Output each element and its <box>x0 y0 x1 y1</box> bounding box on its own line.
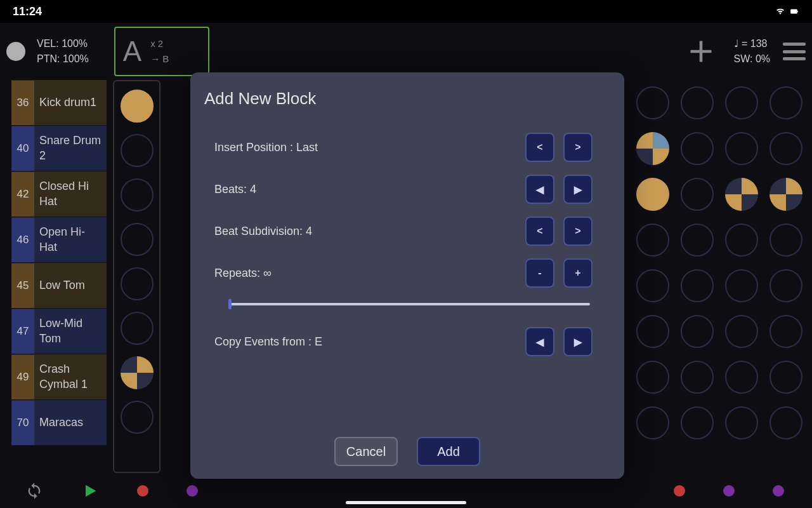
subdivision-next-button[interactable]: > <box>563 217 593 246</box>
copy-from-prev-button[interactable]: ◀ <box>525 327 554 356</box>
subdivision-label: Beat Subdivision: 4 <box>214 225 525 238</box>
repeats-label: Repeats: ∞ <box>214 267 525 280</box>
repeats-slider[interactable] <box>230 303 590 305</box>
app-root: VEL: 100% PTN: 100% A x 2 → B ♩ = 138 SW… <box>0 23 812 508</box>
status-bar: 11:24 <box>0 0 812 23</box>
beats-row: Beats: 4 ◀ ▶ <box>204 168 610 210</box>
beats-increase-button[interactable]: ▶ <box>563 175 593 204</box>
add-button[interactable]: Add <box>417 437 480 466</box>
subdivision-row: Beat Subdivision: 4 < > <box>204 210 610 252</box>
cancel-button[interactable]: Cancel <box>334 437 398 466</box>
status-time: 11:24 <box>13 5 42 18</box>
svg-rect-0 <box>790 10 797 14</box>
repeats-decrease-button[interactable]: - <box>525 258 554 288</box>
repeats-increase-button[interactable]: + <box>563 258 593 288</box>
slider-thumb[interactable] <box>228 299 232 309</box>
copy-from-row: Copy Events from : E ◀ ▶ <box>204 321 610 363</box>
home-indicator[interactable] <box>346 501 466 504</box>
repeats-row: Repeats: ∞ - + <box>204 252 610 294</box>
insert-position-next-button[interactable]: > <box>563 133 593 162</box>
dialog-title: Add New Block <box>204 89 610 109</box>
insert-position-prev-button[interactable]: < <box>525 133 554 162</box>
dialog-actions: Cancel Add <box>190 437 624 466</box>
modal-backdrop: Add New Block Insert Position : Last < >… <box>0 23 812 508</box>
beats-decrease-button[interactable]: ◀ <box>525 175 554 204</box>
subdivision-prev-button[interactable]: < <box>525 217 554 246</box>
status-icons <box>775 7 799 16</box>
battery-icon <box>789 7 799 16</box>
wifi-icon <box>775 7 785 16</box>
insert-position-label: Insert Position : Last <box>214 141 525 154</box>
insert-position-row: Insert Position : Last < > <box>204 126 610 168</box>
beats-label: Beats: 4 <box>214 183 525 196</box>
add-block-dialog: Add New Block Insert Position : Last < >… <box>190 72 624 479</box>
svg-rect-1 <box>797 11 798 12</box>
copy-from-next-button[interactable]: ▶ <box>563 327 593 356</box>
copy-from-label: Copy Events from : E <box>214 335 525 349</box>
